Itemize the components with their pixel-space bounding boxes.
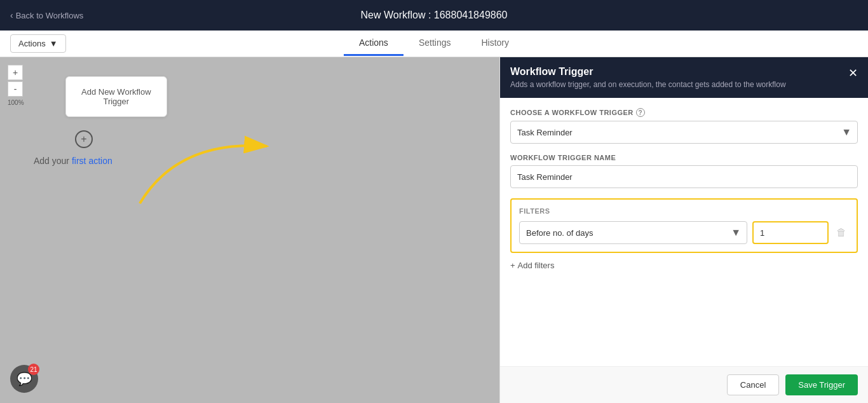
panel-header: Workflow Trigger Adds a workflow trigger… bbox=[500, 57, 868, 98]
actions-label: Actions bbox=[18, 39, 46, 48]
delete-filter-button[interactable]: 🗑 bbox=[834, 224, 849, 241]
add-action-button[interactable]: + bbox=[75, 130, 93, 148]
add-filters-link[interactable]: + Add filters bbox=[510, 261, 858, 270]
back-to-workflows-link[interactable]: ‹ Back to Workflows bbox=[10, 10, 83, 20]
workflow-node-line2: Trigger bbox=[81, 97, 151, 106]
workflow-trigger-panel: Workflow Trigger Adds a workflow trigger… bbox=[499, 57, 868, 403]
panel-footer: Cancel Save Trigger bbox=[500, 366, 868, 403]
help-icon[interactable]: ? bbox=[636, 108, 645, 117]
chat-bubble[interactable]: 💬 21 bbox=[10, 365, 38, 393]
toolbar: Actions ▼ Actions Settings History bbox=[0, 31, 868, 57]
panel-header-content: Workflow Trigger Adds a workflow trigger… bbox=[510, 66, 786, 89]
trigger-name-group: WORKFLOW TRIGGER NAME bbox=[510, 154, 858, 188]
back-link-label: Back to Workflows bbox=[16, 11, 84, 20]
filter-type-select[interactable]: Before no. of days bbox=[519, 221, 747, 244]
add-filters-icon: + bbox=[510, 261, 515, 270]
filter-select-wrapper: Before no. of days ▼ bbox=[519, 221, 747, 244]
first-action-link[interactable]: first action bbox=[72, 156, 112, 166]
top-navigation: ‹ Back to Workflows New Workflow : 16880… bbox=[0, 0, 868, 31]
actions-chevron-icon: ▼ bbox=[50, 39, 58, 48]
add-filters-label: Add filters bbox=[518, 261, 555, 270]
add-circle-icon: + bbox=[81, 133, 86, 145]
zoom-out-button[interactable]: - bbox=[8, 81, 23, 97]
zoom-controls: + - 100% bbox=[8, 65, 24, 106]
first-action-text: Add your first action bbox=[34, 156, 112, 166]
workflow-trigger-node[interactable]: Add New Workflow Trigger bbox=[65, 76, 167, 117]
zoom-level: 100% bbox=[8, 99, 24, 106]
close-panel-button[interactable]: ✕ bbox=[848, 66, 858, 80]
chat-badge: 21 bbox=[28, 364, 39, 375]
tab-settings[interactable]: Settings bbox=[403, 31, 466, 56]
tab-navigation: Actions Settings History bbox=[344, 31, 524, 56]
trigger-name-label: WORKFLOW TRIGGER NAME bbox=[510, 154, 858, 161]
main-area: + - 100% Add New Workflow Trigger + Add … bbox=[0, 57, 868, 403]
tab-history[interactable]: History bbox=[466, 31, 524, 56]
zoom-in-button[interactable]: + bbox=[8, 65, 23, 80]
workflow-canvas[interactable]: + - 100% Add New Workflow Trigger + Add … bbox=[0, 57, 499, 403]
tab-actions[interactable]: Actions bbox=[344, 31, 403, 56]
panel-subtitle: Adds a workflow trigger, and on executio… bbox=[510, 80, 786, 89]
filters-section: FILTERS Before no. of days ▼ 🗑 bbox=[510, 198, 858, 253]
save-trigger-button[interactable]: Save Trigger bbox=[785, 374, 858, 395]
trigger-select[interactable]: Task Reminder bbox=[510, 121, 858, 144]
trigger-select-wrapper: Task Reminder ▼ bbox=[510, 121, 858, 144]
workflow-node-line1: Add New Workflow bbox=[81, 87, 151, 97]
arrow-annotation bbox=[127, 108, 318, 235]
choose-trigger-group: CHOOSE A WORKFLOW TRIGGER ? Task Reminde… bbox=[510, 108, 858, 144]
filter-value-input[interactable] bbox=[752, 221, 829, 244]
choose-trigger-label: CHOOSE A WORKFLOW TRIGGER ? bbox=[510, 108, 858, 117]
back-arrow-icon: ‹ bbox=[10, 10, 13, 20]
trigger-name-input[interactable] bbox=[510, 165, 858, 188]
actions-button[interactable]: Actions ▼ bbox=[10, 34, 66, 53]
workflow-title: New Workflow : 1688041849860 bbox=[361, 10, 508, 21]
panel-title: Workflow Trigger bbox=[510, 66, 786, 78]
filter-row: Before no. of days ▼ 🗑 bbox=[519, 221, 849, 244]
cancel-button[interactable]: Cancel bbox=[727, 374, 779, 395]
filters-label: FILTERS bbox=[519, 207, 849, 215]
panel-body: CHOOSE A WORKFLOW TRIGGER ? Task Reminde… bbox=[500, 98, 868, 366]
